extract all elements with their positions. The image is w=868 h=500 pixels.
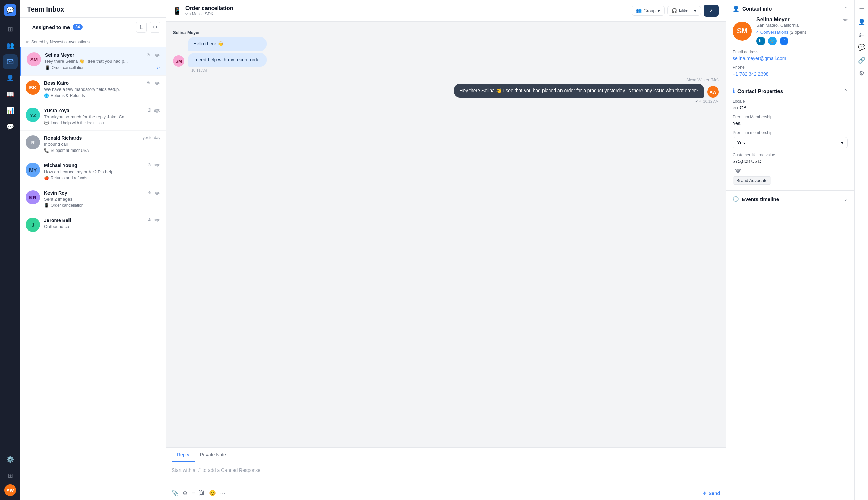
premium-select[interactable]: Yes ▾ [733, 137, 848, 148]
locale-value: en-GB [733, 105, 848, 111]
nav-item-grid[interactable]: ⊞ [3, 468, 18, 483]
conversation-item[interactable]: J Jerome Bell 4d ago Outbound call [20, 213, 166, 237]
phone-value[interactable]: +1 782 342 2398 [733, 71, 848, 77]
email-label: Email address [733, 49, 848, 54]
nav-item-inbox[interactable] [3, 54, 18, 69]
message-bubble: Hey there Selina 👋 I see that you had pl… [454, 84, 704, 98]
chevron-down-icon: ▾ [658, 8, 660, 13]
left-panel: Team Inbox ≡ Assigned to me 34 ⇅ ⚙ ✏ Sor… [20, 0, 166, 500]
chevron-down-icon: ▾ [694, 8, 697, 13]
resolve-button[interactable]: ✓ [703, 5, 719, 16]
label-icon[interactable]: 🏷 [858, 31, 865, 38]
premium-label: Premium Membership [733, 115, 848, 119]
attach-icon[interactable]: 📎 [171, 489, 179, 497]
nav-item-contacts[interactable]: 👥 [3, 38, 18, 53]
message-bubble: Hello there 👋 [188, 37, 267, 51]
image-upload-icon[interactable]: ⊕ [183, 489, 188, 497]
send-icon: ✈ [702, 490, 707, 496]
tag-text: Returns and refunds [50, 175, 88, 180]
left-panel-header: Team Inbox [20, 0, 166, 18]
conversation-item[interactable]: SM Selina Meyer 2m ago Hey there Selina … [20, 47, 166, 76]
avatar: BK [26, 80, 40, 94]
conversation-list: SM Selina Meyer 2m ago Hey there Selina … [20, 47, 166, 500]
conv-tag: 📞 Support number USA [44, 148, 160, 153]
conv-time: 4d ago [148, 218, 160, 223]
conversation-item[interactable]: BK Bess Kairo 8m ago We have a few manda… [20, 76, 166, 103]
group-label: Group [644, 8, 656, 13]
twitter-icon[interactable]: 🐦 [768, 37, 777, 45]
format-icon[interactable]: ≡ [192, 490, 195, 497]
conv-header: Kevin Roy 4d ago [44, 190, 160, 196]
user-info-icon[interactable]: 👤 [858, 18, 865, 26]
reply-input-area[interactable]: Start with a "/" to add a Canned Respons… [166, 462, 725, 486]
nav-item-people[interactable]: 👤 [3, 70, 18, 86]
settings-icon[interactable]: ⚙ [859, 69, 864, 77]
nav-item-book[interactable]: 📖 [3, 87, 18, 102]
read-receipt-icon: ✓✓ [695, 99, 702, 104]
tag-text: Order cancellation [50, 203, 83, 208]
section-title: 👤 Contact info [733, 5, 772, 12]
sort-label: ✏ Sorted by Newest conversations [20, 37, 166, 47]
email-value[interactable]: selina.meyer@gmail.com [733, 56, 848, 61]
linkedin-icon[interactable]: in [756, 37, 765, 45]
sort-button[interactable]: ⇅ [136, 22, 147, 33]
conv-content: Jerome Bell 4d ago Outbound call [44, 218, 160, 232]
facebook-icon[interactable]: f [779, 37, 788, 45]
message-row: AW Hey there Selina 👋 I see that you had… [173, 84, 719, 98]
conv-header: Bess Kairo 8m ago [44, 80, 160, 86]
conversations-link[interactable]: 4 Conversations [756, 30, 788, 35]
conv-header: Jerome Bell 4d ago [44, 218, 160, 223]
group-button[interactable]: 👥 Group ▾ [632, 6, 665, 15]
tag-text: Order cancellation [52, 66, 84, 70]
conv-name: Selina Meyer [45, 52, 74, 58]
user-avatar[interactable]: AW [4, 485, 16, 496]
agent-label: Alexa Winter (Me) [173, 78, 719, 82]
more-icon[interactable]: ⋯ [220, 489, 226, 497]
assign-button[interactable]: 🎧 Mike... ▾ [667, 6, 701, 15]
integration-icon[interactable]: 🔗 [858, 57, 865, 64]
conversation-action-icon[interactable]: 💬 [858, 44, 865, 51]
assigned-label: Assigned to me [32, 24, 70, 30]
headphone-icon: 🎧 [672, 8, 677, 13]
conv-preview: Inbound call [44, 142, 160, 147]
conv-name: Yusra Zoya [44, 108, 69, 113]
premium-select-label: Premium membership [733, 130, 848, 135]
expand-icon[interactable]: ⌄ [844, 196, 848, 202]
contact-properties-section: ℹ Contact Properties ⌃ Locale en-GB Prem… [726, 82, 855, 191]
info-icon: ℹ [733, 88, 735, 94]
nav-item-chat[interactable]: 💬 [3, 119, 18, 134]
nav-item-reports[interactable]: 📊 [3, 103, 18, 118]
conversation-item[interactable]: R Ronald Richards yesterday Inbound call… [20, 130, 166, 158]
conv-name: Jerome Bell [44, 218, 71, 223]
collapse-icon[interactable]: ⌃ [844, 89, 848, 94]
events-title: 🕐 Events timeline [733, 196, 779, 202]
sidebar-toggle-icon[interactable]: ☰ [859, 5, 864, 13]
tab-reply[interactable]: Reply [171, 448, 195, 462]
image-icon[interactable]: 🖼 [199, 490, 205, 497]
conv-tag: 💬 I need help with the login issu... [44, 121, 160, 125]
filter-button[interactable]: ⚙ [149, 22, 160, 33]
conv-header: Selina Meyer 2m ago [45, 52, 160, 58]
lifetime-value: $75,808 USD [733, 159, 848, 164]
channel-icon: 📱 [173, 7, 181, 15]
tab-private-note[interactable]: Private Note [195, 448, 232, 462]
nav-item-settings[interactable]: ⚙️ [3, 452, 18, 467]
conv-preview: Hey there Selina 👋 I see that you had p.… [45, 59, 160, 64]
send-button[interactable]: ✈ Send [702, 490, 720, 496]
edit-button[interactable]: ✏ [843, 16, 848, 23]
reply-icon: ↩ [156, 65, 160, 70]
conversation-item[interactable]: MY Michael Young 2d ago How do I cancel … [20, 158, 166, 185]
conv-preview: Sent 2 images [44, 197, 160, 202]
section-header: 👤 Contact info ⌃ [733, 5, 848, 12]
emoji-icon[interactable]: 😊 [209, 489, 216, 497]
conversation-item[interactable]: YZ Yusra Zoya 2h ago Thankyou so much fo… [20, 103, 166, 130]
clock-icon: 🕐 [733, 196, 739, 202]
count-badge: 34 [72, 24, 82, 30]
conversation-item[interactable]: KR Kevin Roy 4d ago Sent 2 images 📱 Orde… [20, 185, 166, 213]
tag-text: Support number USA [50, 148, 89, 153]
conv-preview: Thankyou so much for the reply Jake. Ca.… [44, 114, 160, 119]
nav-bottom: ⚙️ ⊞ AW [3, 452, 18, 496]
nav-item-home[interactable]: ⊞ [3, 22, 18, 37]
collapse-icon[interactable]: ⌃ [844, 6, 848, 12]
conv-tag: 📱 Order cancellation ↩ [45, 65, 160, 70]
